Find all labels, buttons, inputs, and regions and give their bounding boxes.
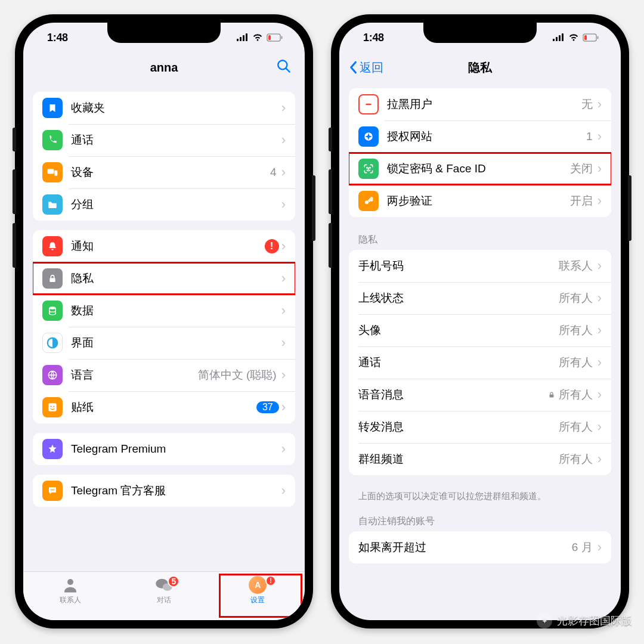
section-footer-privacy: 上面的选项可以决定谁可以拉您进群组和频道。 xyxy=(349,485,611,504)
row-folders[interactable]: 分组 › xyxy=(33,188,295,221)
cellular-icon xyxy=(237,33,249,42)
bell-icon xyxy=(42,236,63,256)
row-label: 通话 xyxy=(71,132,279,148)
row-notifications[interactable]: 通知 ! › xyxy=(33,230,295,262)
row-value: 4 xyxy=(270,166,277,179)
back-button[interactable]: 返回 xyxy=(349,60,383,76)
row-support[interactable]: Telegram 官方客服 › xyxy=(33,475,295,507)
phone-left: 1:48 anna 收藏夹 › 通话 xyxy=(15,14,313,628)
row-forwarded[interactable]: 转发消息 所有人 › xyxy=(349,411,611,443)
row-value: 6 月 xyxy=(572,540,593,555)
tab-contacts[interactable]: 联系人 xyxy=(23,572,117,609)
row-value: 联系人 xyxy=(559,258,593,274)
chevron-right-icon: › xyxy=(281,441,286,457)
screen-left: 1:48 anna 收藏夹 › 通话 xyxy=(23,23,305,620)
chevron-right-icon: › xyxy=(597,451,602,467)
svg-rect-1 xyxy=(240,37,242,41)
tab-settings[interactable]: A 设置 ! xyxy=(211,572,305,609)
chevron-right-icon: › xyxy=(281,271,286,286)
row-label: 贴纸 xyxy=(71,400,256,415)
search-icon xyxy=(276,58,292,74)
svg-line-8 xyxy=(286,69,290,72)
row-2fa[interactable]: 两步验证 开启 › xyxy=(349,185,611,217)
tab-bar: 联系人 对话 5 A 设置 ! xyxy=(23,571,305,620)
chevron-right-icon: › xyxy=(597,258,602,274)
navbar-right: 返回 隐私 xyxy=(339,52,621,82)
row-value: 所有人 xyxy=(559,355,593,370)
settings-content[interactable]: 收藏夹 › 通话 › 设备 4 › 分组 › xyxy=(23,82,305,571)
faceid-icon xyxy=(358,159,379,179)
row-value: 关闭 xyxy=(570,161,593,177)
sticker-icon xyxy=(42,397,63,417)
svg-rect-26 xyxy=(559,35,561,41)
row-privacy[interactable]: 隐私 › xyxy=(33,262,295,295)
contacts-icon xyxy=(61,576,80,594)
tab-label: 联系人 xyxy=(60,595,81,605)
tab-chats[interactable]: 对话 5 xyxy=(117,572,210,609)
row-label: 界面 xyxy=(71,335,279,351)
navbar-left: anna xyxy=(23,52,305,82)
navbar-title: anna xyxy=(150,61,178,75)
row-value: 所有人 xyxy=(548,387,593,402)
status-icons xyxy=(237,33,283,42)
row-appearance[interactable]: 界面 › xyxy=(33,327,295,359)
row-profile-photo[interactable]: 头像 所有人 › xyxy=(349,314,611,346)
row-data[interactable]: 数据 › xyxy=(33,295,295,327)
row-delete-if-away[interactable]: 如果离开超过 6 月 › xyxy=(349,531,611,564)
row-stickers[interactable]: 贴纸 37 › xyxy=(33,391,295,423)
row-premium[interactable]: Telegram Premium › xyxy=(33,433,295,465)
row-groups[interactable]: 群组频道 所有人 › xyxy=(349,443,611,475)
row-label: 分组 xyxy=(71,197,279,212)
chevron-left-icon xyxy=(349,61,357,74)
cellular-icon xyxy=(553,33,565,42)
globe-icon xyxy=(42,365,63,385)
row-calls[interactable]: 通话 › xyxy=(33,124,295,156)
privacy-content[interactable]: 拉黑用户 无 › 授权网站 1 › 锁定密码 & Face ID 关闭 › xyxy=(339,82,621,620)
row-label: 如果离开超过 xyxy=(358,540,572,555)
row-devices[interactable]: 设备 4 › xyxy=(33,156,295,188)
status-icons xyxy=(553,33,599,42)
row-calls-privacy[interactable]: 通话 所有人 › xyxy=(349,346,611,379)
row-label: 收藏夹 xyxy=(71,100,279,116)
search-button[interactable] xyxy=(276,58,292,76)
section-header-delete: 自动注销我的账号 xyxy=(349,504,611,531)
row-label: Telegram Premium xyxy=(71,442,279,456)
row-last-seen[interactable]: 上线状态 所有人 › xyxy=(349,282,611,314)
svg-point-19 xyxy=(52,490,53,491)
svg-rect-2 xyxy=(243,35,244,41)
row-saved[interactable]: 收藏夹 › xyxy=(33,92,295,124)
chevron-right-icon: › xyxy=(281,239,286,254)
tab-badge: 5 xyxy=(168,575,179,587)
status-time: 1:48 xyxy=(47,32,68,44)
svg-point-12 xyxy=(49,306,56,309)
chevron-right-icon: › xyxy=(597,129,602,144)
row-sessions[interactable]: 授权网站 1 › xyxy=(349,120,611,153)
row-label: Telegram 官方客服 xyxy=(71,483,279,499)
chevron-right-icon: › xyxy=(597,355,602,370)
compass-icon xyxy=(358,126,379,147)
svg-rect-29 xyxy=(584,35,587,40)
svg-rect-0 xyxy=(237,39,239,41)
row-value: 简体中文 (聪聪) xyxy=(198,367,277,383)
chevron-right-icon: › xyxy=(597,290,602,306)
row-language[interactable]: 语言 简体中文 (聪聪) › xyxy=(33,359,295,391)
star-icon xyxy=(42,439,63,459)
screen-right: 1:48 返回 隐私 拉黑用户 无 › xyxy=(339,23,621,620)
wifi-icon xyxy=(568,33,579,42)
row-blocked[interactable]: 拉黑用户 无 › xyxy=(349,88,611,120)
row-label: 手机号码 xyxy=(358,258,559,274)
chevron-right-icon: › xyxy=(597,387,602,402)
row-label: 锁定密码 & Face ID xyxy=(387,161,570,177)
row-value: 1 xyxy=(586,130,593,143)
svg-point-17 xyxy=(53,405,54,407)
battery-icon xyxy=(267,33,283,42)
lock-icon xyxy=(42,268,63,289)
chevron-right-icon: › xyxy=(281,132,286,148)
row-phone-number[interactable]: 手机号码 联系人 › xyxy=(349,250,611,282)
svg-rect-10 xyxy=(54,171,57,176)
row-label: 拉黑用户 xyxy=(387,97,581,112)
row-label: 两步验证 xyxy=(387,193,570,209)
row-voice-messages[interactable]: 语音消息 所有人 › xyxy=(349,379,611,411)
bookmark-icon xyxy=(42,98,63,118)
row-passcode[interactable]: 锁定密码 & Face ID 关闭 › xyxy=(349,153,611,185)
